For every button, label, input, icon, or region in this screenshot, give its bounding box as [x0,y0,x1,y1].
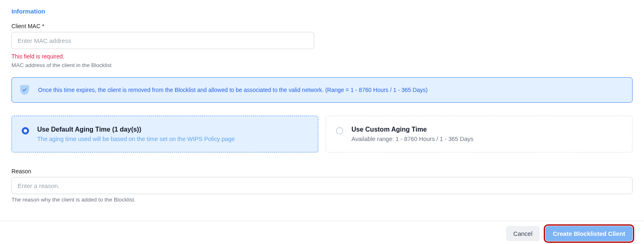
reason-label: Reason [11,168,633,175]
aging-default-desc: The aging time used will be based on the… [37,136,235,142]
aging-custom-desc: Available range: 1 - 8760 Hours / 1 - 36… [351,136,473,142]
radio-selected-icon [22,127,29,134]
cancel-button[interactable]: Cancel [506,226,540,241]
client-mac-input[interactable] [11,32,314,49]
client-mac-hint: MAC address of the client in the Blockli… [11,62,633,68]
aging-info-banner: Once this time expires, the client is re… [11,77,633,103]
create-blocklisted-client-button[interactable]: Create Blocklisted Client [545,226,633,241]
aging-default-title: Use Default Aging Time (1 day(s)) [37,126,235,133]
aging-option-default[interactable]: Use Default Aging Time (1 day(s)) The ag… [11,116,318,152]
radio-unselected-icon [336,127,343,134]
client-mac-error: This field is required. [11,53,633,60]
section-title: Information [11,8,633,15]
aging-option-custom[interactable]: Use Custom Aging Time Available range: 1… [326,116,633,152]
shield-check-icon [20,85,29,95]
client-mac-label: Client MAC * [11,23,633,29]
aging-custom-title: Use Custom Aging Time [351,126,473,133]
reason-hint: The reason why the client is added to th… [11,197,633,203]
reason-input[interactable] [11,177,633,194]
form-footer: Cancel Create Blocklisted Client [0,221,644,244]
aging-info-text: Once this time expires, the client is re… [38,87,428,93]
